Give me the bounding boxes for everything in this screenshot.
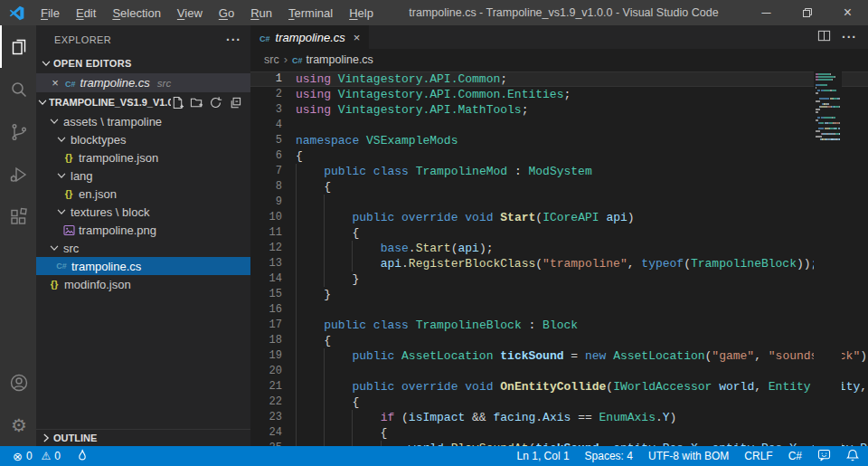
csharp-file-icon: C# (292, 53, 303, 66)
chevron-down-icon (36, 92, 49, 112)
explorer-more-actions-icon[interactable]: ··· (226, 33, 241, 47)
line-number: 21 (250, 379, 296, 395)
close-button[interactable]: × (827, 0, 868, 25)
tree-item-trampoline-png[interactable]: trampoline.png (36, 221, 250, 239)
outline-section-header[interactable]: OUTLINE (36, 430, 250, 446)
editor-group: C# trampoline.cs × ··· src › C# trampoli… (250, 25, 868, 446)
tree-item-trampoline-json[interactable]: {}trampoline.json (36, 148, 250, 166)
activity-explorer-icon[interactable] (0, 25, 36, 68)
code-line-12: 12 base.Start(api); (250, 241, 868, 256)
vscode-window: FileEditSelectionViewGoRunTerminalHelp t… (0, 0, 868, 466)
status-feedback[interactable] (817, 449, 831, 464)
breadcrumb-folder[interactable]: src (264, 53, 279, 66)
menu-selection[interactable]: Selection (104, 0, 168, 25)
chevron-down-icon (54, 133, 68, 146)
line-number: 12 (250, 241, 296, 256)
new-folder-icon[interactable] (190, 96, 203, 109)
line-number: 15 (250, 287, 296, 302)
activity-extensions-icon[interactable] (0, 195, 36, 238)
code-line-5: 5namespace VSExampleMods (250, 133, 868, 148)
tree-item-trampoline-cs[interactable]: C#trampoline.cs (36, 257, 250, 275)
split-editor-icon[interactable] (817, 29, 831, 46)
tree-item-modinfo-json[interactable]: {}modinfo.json (36, 275, 250, 293)
line-number: 10 (250, 210, 296, 225)
tree-item-blocktypes[interactable]: blocktypes (36, 130, 250, 148)
new-file-icon[interactable] (171, 96, 184, 109)
explorer-sidebar: EXPLORER ··· OPEN EDITORS ×C#trampoline.… (36, 25, 250, 446)
menu-edit[interactable]: Edit (68, 0, 104, 25)
status-warnings[interactable]: ⚠0 (42, 450, 61, 462)
code-line-7: 7 public class TrampolineMod : ModSystem (250, 164, 868, 179)
restore-button[interactable] (787, 0, 827, 25)
csharp-file-icon: C# (54, 262, 69, 271)
code-line-1: 1using Vintagestory.API.Common; (250, 71, 868, 87)
breadcrumb-file: trampoline.cs (307, 53, 373, 66)
tab-trampoline-cs[interactable]: C# trampoline.cs × (250, 25, 369, 49)
tab-bar: C# trampoline.cs × ··· (250, 25, 868, 49)
line-number: 3 (250, 102, 296, 118)
status-indentation[interactable]: Spaces: 4 (585, 450, 633, 462)
menu-terminal[interactable]: Terminal (280, 0, 341, 25)
chevron-right-icon (39, 432, 53, 444)
code-line-20: 20 (250, 364, 868, 379)
tree-item-assets-trampoline[interactable]: assets \ trampoline (36, 112, 250, 130)
status-omnisharp-flame[interactable] (77, 449, 88, 464)
chevron-down-icon (47, 242, 61, 254)
menu-run[interactable]: Run (242, 0, 280, 25)
code-editor[interactable]: 1using Vintagestory.API.Common;2using Vi… (250, 70, 868, 446)
status-notifications[interactable] (846, 449, 859, 464)
tree-item-lang[interactable]: lang (36, 166, 250, 185)
open-editors-header[interactable]: OPEN EDITORS (36, 53, 250, 73)
close-icon[interactable]: × (50, 76, 61, 90)
line-number: 7 (250, 164, 296, 179)
menu-go[interactable]: Go (211, 0, 242, 25)
line-number: 14 (250, 271, 296, 287)
status-eol[interactable]: CRLF (744, 450, 772, 462)
minimap[interactable] (814, 70, 842, 446)
bell-icon (846, 449, 859, 464)
line-number: 8 (250, 179, 296, 195)
code-line-4: 4 (250, 118, 868, 133)
activity-settings-icon[interactable]: ⚙ (0, 404, 36, 446)
menu-help[interactable]: Help (341, 0, 382, 25)
editor-more-actions-icon[interactable]: ··· (842, 30, 857, 44)
chevron-down-icon (54, 205, 68, 218)
minimize-button[interactable]: ─ (746, 0, 787, 25)
code-line-23: 23 if (isImpact && facing.Axis == EnumAx… (250, 410, 868, 425)
activity-run-debug-icon[interactable] (0, 153, 36, 195)
feedback-icon (817, 449, 831, 464)
menu-file[interactable]: File (33, 0, 68, 25)
tab-close-icon[interactable]: × (354, 31, 361, 44)
code-line-25: 25 world.PlaySoundAt(tickSound, entity.P… (250, 441, 868, 446)
window-title: trampoline.cs - Trampoline_vs1.9_v1.0.0 … (382, 6, 746, 19)
chevron-down-icon (47, 115, 61, 128)
tree-item-src[interactable]: src (36, 239, 250, 257)
activity-search-icon[interactable] (0, 68, 36, 110)
status-language-mode[interactable]: C# (788, 450, 802, 462)
line-number: 17 (250, 318, 296, 333)
line-number: 4 (250, 118, 296, 133)
menu-view[interactable]: View (169, 0, 211, 25)
code-line-2: 2using Vintagestory.API.Common.Entities; (250, 87, 868, 102)
activity-source-control-icon[interactable] (0, 110, 36, 153)
status-cursor-position[interactable]: Ln 1, Col 1 (517, 450, 570, 462)
collapse-all-icon[interactable] (228, 96, 241, 109)
code-line-24: 24 { (250, 425, 868, 441)
activity-account-icon[interactable] (0, 361, 36, 404)
project-section-header[interactable]: TRAMPOLINE_VS1.9_V1.0.0 (36, 92, 250, 112)
refresh-icon[interactable] (209, 96, 222, 109)
menu-bar: FileEditSelectionViewGoRunTerminalHelp (33, 0, 382, 25)
breadcrumb-separator: › (284, 52, 288, 66)
line-number: 20 (250, 364, 296, 379)
status-errors[interactable]: ⊗0 (13, 450, 33, 462)
chevron-down-icon (54, 169, 68, 182)
title-bar: FileEditSelectionViewGoRunTerminalHelp t… (0, 0, 868, 25)
tree-item-en-json[interactable]: {}en.json (36, 185, 250, 203)
open-editor-trampoline-cs[interactable]: ×C#trampoline.cssrc (36, 73, 250, 92)
line-number: 9 (250, 195, 296, 210)
tree-item-textures-block[interactable]: textures \ block (36, 203, 250, 221)
code-line-8: 8 { (250, 179, 868, 195)
code-line-9: 9 (250, 195, 868, 210)
status-encoding[interactable]: UTF-8 with BOM (648, 450, 729, 462)
tab-label: trampoline.cs (276, 31, 345, 44)
